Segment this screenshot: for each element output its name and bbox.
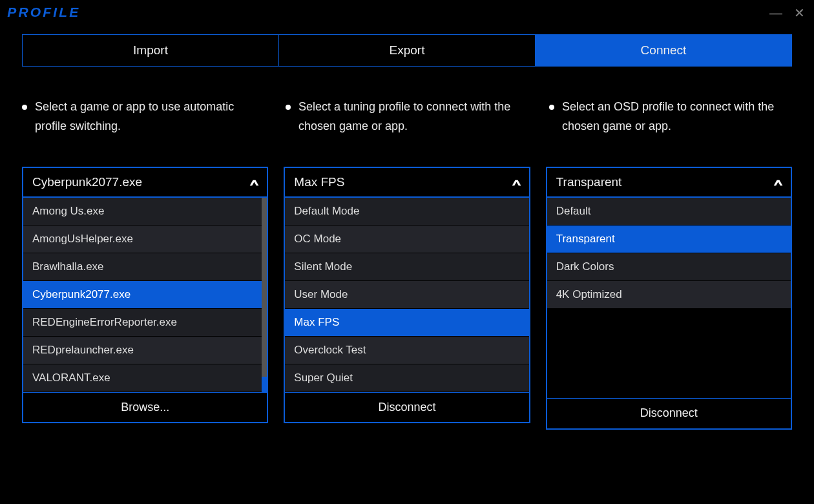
list-item[interactable]: REDprelauncher.exe bbox=[23, 337, 267, 364]
minimize-icon[interactable]: — bbox=[769, 6, 782, 19]
instruction-col-3: Select an OSD profile to connect with th… bbox=[549, 98, 792, 136]
list-item[interactable]: Max FPS bbox=[285, 309, 528, 337]
list-item[interactable]: Cyberpunk2077.exe bbox=[23, 281, 267, 309]
instruction-text-3: Select an OSD profile to connect with th… bbox=[562, 98, 792, 136]
list-item[interactable]: OC Mode bbox=[285, 226, 528, 253]
tuning-column: Max FPS ∧ Default ModeOC ModeSilent Mode… bbox=[284, 167, 530, 430]
app-title: PROFILE bbox=[7, 5, 80, 20]
instruction-col-1: Select a game or app to use automatic pr… bbox=[22, 98, 265, 136]
tuning-dropdown-header[interactable]: Max FPS ∧ bbox=[285, 168, 528, 198]
instruction-text-1: Select a game or app to use automatic pr… bbox=[35, 98, 265, 136]
tab-export[interactable]: Export bbox=[279, 34, 536, 67]
list-item[interactable]: Dark Colors bbox=[547, 253, 791, 281]
list-item[interactable]: Default bbox=[547, 198, 791, 226]
window-controls: — ✕ bbox=[769, 6, 805, 19]
bullet-icon bbox=[286, 105, 291, 110]
instruction-text-2: Select a tuning profile to connect with … bbox=[298, 98, 528, 136]
osd-list[interactable]: DefaultTransparentDark Colors4K Optimize… bbox=[547, 198, 791, 398]
tuning-disconnect-button[interactable]: Disconnect bbox=[285, 392, 528, 422]
game-panel: Cyberpunk2077.exe ∧ Among Us.exeAmongUsH… bbox=[22, 167, 268, 423]
titlebar: PROFILE — ✕ bbox=[0, 0, 814, 23]
game-column: Cyberpunk2077.exe ∧ Among Us.exeAmongUsH… bbox=[22, 167, 268, 430]
osd-selected-label: Transparent bbox=[556, 175, 622, 189]
list-item[interactable]: 4K Optimized bbox=[547, 281, 791, 309]
list-item[interactable]: REDEngineErrorReporter.exe bbox=[23, 309, 267, 337]
list-item[interactable]: AmongUsHelper.exe bbox=[23, 226, 267, 253]
game-dropdown-header[interactable]: Cyberpunk2077.exe ∧ bbox=[23, 168, 267, 198]
tab-connect[interactable]: Connect bbox=[536, 34, 792, 67]
game-selected-label: Cyberpunk2077.exe bbox=[32, 175, 142, 189]
list-item[interactable]: Super Quiet bbox=[285, 364, 528, 392]
tuning-panel: Max FPS ∧ Default ModeOC ModeSilent Mode… bbox=[284, 167, 530, 423]
chevron-up-icon: ∧ bbox=[772, 177, 783, 188]
list-item[interactable]: Overclock Test bbox=[285, 337, 528, 364]
tab-import[interactable]: Import bbox=[22, 34, 279, 67]
list-item[interactable]: User Mode bbox=[285, 281, 528, 309]
list-item[interactable]: Default Mode bbox=[285, 198, 528, 226]
tuning-selected-label: Max FPS bbox=[294, 175, 344, 189]
bullet-icon bbox=[22, 105, 27, 110]
game-list[interactable]: Among Us.exeAmongUsHelper.exeBrawlhalla.… bbox=[23, 198, 267, 392]
osd-dropdown-header[interactable]: Transparent ∧ bbox=[547, 168, 791, 198]
tuning-list[interactable]: Default ModeOC ModeSilent ModeUser ModeM… bbox=[285, 198, 528, 392]
chevron-up-icon: ∧ bbox=[510, 177, 521, 188]
chevron-up-icon: ∧ bbox=[248, 177, 259, 188]
osd-column: Transparent ∧ DefaultTransparentDark Col… bbox=[546, 167, 792, 430]
browse-button[interactable]: Browse... bbox=[23, 392, 267, 422]
columns-row: Cyberpunk2077.exe ∧ Among Us.exeAmongUsH… bbox=[22, 167, 792, 430]
list-item[interactable]: VALORANT.exe bbox=[23, 364, 267, 392]
instruction-col-2: Select a tuning profile to connect with … bbox=[286, 98, 528, 136]
list-item[interactable]: Silent Mode bbox=[285, 253, 528, 281]
list-item[interactable]: Transparent bbox=[547, 226, 791, 253]
tab-bar: Import Export Connect bbox=[22, 34, 792, 67]
osd-panel: Transparent ∧ DefaultTransparentDark Col… bbox=[546, 167, 792, 430]
close-icon[interactable]: ✕ bbox=[794, 6, 805, 19]
osd-disconnect-button[interactable]: Disconnect bbox=[547, 398, 791, 428]
instructions-row: Select a game or app to use automatic pr… bbox=[22, 98, 792, 136]
list-item[interactable]: Among Us.exe bbox=[23, 198, 267, 226]
bullet-icon bbox=[549, 105, 554, 110]
list-item[interactable]: Brawlhalla.exe bbox=[23, 253, 267, 281]
